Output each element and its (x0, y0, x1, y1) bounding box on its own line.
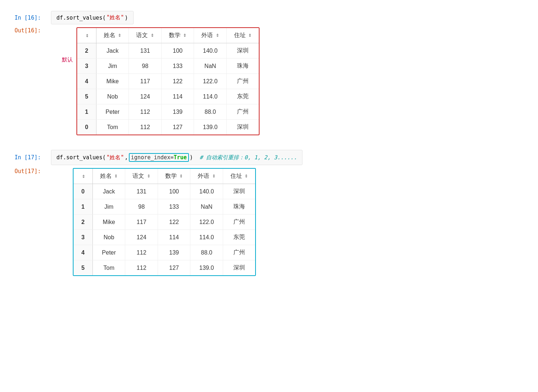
out-section-17: Out[17]: ⇕ 姓名 ⇕ 语文 ⇕ 数学 ⇕ 外语 ⇕ 住址 ⇕ 0Jac… (15, 168, 523, 276)
data-cell: 深圳 (223, 184, 255, 199)
sort-arrows-5: ⇕ (248, 33, 252, 38)
data-cell: 114 (161, 89, 194, 104)
table-row: 5Nob124114114.0东莞 (77, 89, 259, 104)
data-cell: 98 (125, 199, 158, 215)
table-row: 5Tom112127139.0深圳 (74, 260, 255, 276)
data-cell: Tom (93, 260, 125, 276)
th-index-17: ⇕ (74, 169, 93, 184)
data-cell: Tom (96, 120, 129, 135)
th-chinese-16: 语文 ⇕ (129, 28, 161, 43)
data-cell: 122.0 (190, 215, 223, 230)
code-box-16: df.sort_values( "姓名" ) (51, 11, 134, 24)
index-cell: 2 (77, 43, 96, 59)
table-17-body: 0Jack131100140.0深圳1Jim98133NaN珠海2Mike117… (74, 184, 255, 276)
table-row: 4Mike117122122.0广州 (77, 74, 259, 89)
th-math-16: 数学 ⇕ (161, 28, 194, 43)
data-cell: 124 (129, 89, 161, 104)
data-cell: 112 (125, 245, 158, 260)
in-label-17: In [17]: (15, 154, 51, 161)
header-row-16: ⇕ 姓名 ⇕ 语文 ⇕ 数学 ⇕ 外语 ⇕ 住址 ⇕ (77, 28, 259, 43)
data-cell: 112 (125, 260, 158, 276)
table-row: 0Jack131100140.0深圳 (74, 184, 255, 199)
index-cell: 4 (77, 74, 96, 89)
table-row: 3Nob124114114.0东莞 (74, 230, 255, 245)
index-cell: 0 (74, 184, 93, 199)
data-cell: 127 (161, 120, 194, 135)
out-label-16: Out[16]: (15, 27, 51, 34)
index-cell: 5 (74, 260, 93, 276)
code-comment-17: # 自动索引重排：0, 1, 2, 3...... (199, 154, 297, 161)
data-cell: 127 (158, 260, 190, 276)
data-cell: 深圳 (226, 120, 259, 135)
data-cell: 深圳 (223, 260, 255, 276)
out-section-16: Out[16]: 默认 ⇕ 姓名 ⇕ 语文 ⇕ 数学 ⇕ 外语 ⇕ 住址 ⇕ 2… (15, 27, 523, 135)
code-highlight-17: ignore_index=True (129, 153, 189, 162)
code-end-17: ) (190, 154, 193, 161)
data-cell: 139 (161, 104, 194, 120)
data-cell: 114 (158, 230, 190, 245)
th-addr-17: 住址 ⇕ (223, 169, 255, 184)
data-cell: Nob (96, 89, 129, 104)
index-cell: 4 (74, 245, 93, 260)
data-cell: 140.0 (194, 43, 226, 59)
th-name-16: 姓名 ⇕ (96, 28, 129, 43)
table-16: ⇕ 姓名 ⇕ 语文 ⇕ 数学 ⇕ 外语 ⇕ 住址 ⇕ 2Jack13110014… (77, 28, 259, 135)
sort-arrows-17-3: ⇕ (179, 174, 183, 179)
code-sep-17: , (125, 154, 128, 161)
data-cell: 139 (158, 245, 190, 260)
data-cell: 112 (129, 120, 161, 135)
data-cell: 广州 (226, 104, 259, 120)
data-cell: 131 (125, 184, 158, 199)
data-cell: 122 (158, 215, 190, 230)
input-line-17: In [17]: df.sort_values( "姓名" , ignore_i… (15, 150, 523, 165)
data-cell: 139.0 (190, 260, 223, 276)
data-cell: 珠海 (223, 199, 255, 215)
data-cell: NaN (190, 199, 223, 215)
data-cell: 131 (129, 43, 161, 59)
sort-arrows-0: ⇕ (86, 33, 89, 38)
data-cell: 深圳 (226, 43, 259, 59)
kw-true-17: True (174, 154, 187, 161)
table-row: 1Peter11213988.0广州 (77, 104, 259, 120)
th-chinese-17: 语文 ⇕ (125, 169, 158, 184)
data-cell: 东莞 (223, 230, 255, 245)
table-row: 0Tom112127139.0深圳 (77, 120, 259, 135)
code-str-17: "姓名" (106, 154, 124, 161)
sort-arrows-17-5: ⇕ (245, 174, 248, 179)
table-row: 2Jack131100140.0深圳 (77, 43, 259, 59)
out-label-17: Out[17]: (15, 168, 51, 175)
sort-arrows-17-2: ⇕ (147, 174, 150, 179)
data-cell: 117 (129, 74, 161, 89)
index-cell: 1 (77, 104, 96, 120)
data-cell: 广州 (223, 245, 255, 260)
code-str-16: "姓名" (106, 14, 124, 21)
data-cell: 139.0 (194, 120, 226, 135)
th-name-17: 姓名 ⇕ (93, 169, 125, 184)
data-cell: 122.0 (194, 74, 226, 89)
data-cell: 东莞 (226, 89, 259, 104)
table-16-head: ⇕ 姓名 ⇕ 语文 ⇕ 数学 ⇕ 外语 ⇕ 住址 ⇕ (77, 28, 259, 43)
table-wrapper-red: ⇕ 姓名 ⇕ 语文 ⇕ 数学 ⇕ 外语 ⇕ 住址 ⇕ 2Jack13110014… (76, 27, 260, 135)
data-cell: 100 (161, 43, 194, 59)
data-cell: 100 (158, 184, 190, 199)
data-cell: 88.0 (190, 245, 223, 260)
th-foreign-17: 外语 ⇕ (190, 169, 223, 184)
data-cell: 98 (129, 59, 161, 74)
th-math-17: 数学 ⇕ (158, 169, 190, 184)
index-cell: 5 (77, 89, 96, 104)
header-row-17: ⇕ 姓名 ⇕ 语文 ⇕ 数学 ⇕ 外语 ⇕ 住址 ⇕ (74, 169, 255, 184)
th-addr-16: 住址 ⇕ (226, 28, 259, 43)
th-foreign-16: 外语 ⇕ (194, 28, 226, 43)
table-17: ⇕ 姓名 ⇕ 语文 ⇕ 数学 ⇕ 外语 ⇕ 住址 ⇕ 0Jack13110014… (74, 169, 255, 275)
data-cell: 112 (129, 104, 161, 120)
table-wrapper-cyan: ⇕ 姓名 ⇕ 语文 ⇕ 数学 ⇕ 外语 ⇕ 住址 ⇕ 0Jack13110014… (73, 168, 256, 276)
data-cell: 广州 (223, 215, 255, 230)
data-cell: Peter (93, 245, 125, 260)
data-cell: 140.0 (190, 184, 223, 199)
data-cell: Jim (96, 59, 129, 74)
in-label-16: In [16]: (15, 15, 51, 21)
cell-block-17: In [17]: df.sort_values( "姓名" , ignore_i… (15, 150, 523, 276)
data-cell: Jack (93, 184, 125, 199)
data-cell: 114.0 (194, 89, 226, 104)
index-cell: 2 (74, 215, 93, 230)
